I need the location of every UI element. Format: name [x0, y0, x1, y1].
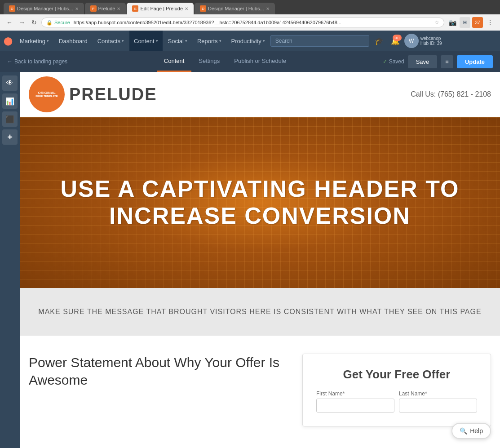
prelude-badge: ORIGINAL FREE TEMPLATE: [29, 76, 65, 112]
nav-item-dashboard[interactable]: Dashboard: [54, 31, 92, 51]
edit-toolbar: ← Back to landing pages Content Settings…: [0, 51, 500, 72]
nav-item-reports[interactable]: Reports ▾: [193, 31, 226, 51]
modules-button[interactable]: ⬛: [2, 111, 18, 127]
notifications-badge: 10+: [393, 35, 402, 41]
search-input[interactable]: [270, 35, 369, 47]
add-icon: +: [7, 132, 13, 142]
eye-icon: 👁: [6, 79, 13, 87]
hero-heading-line2: INCREASE CONVERSION: [61, 203, 460, 230]
back-arrow-icon: ←: [7, 58, 13, 65]
tab-close-1[interactable]: ✕: [75, 6, 79, 11]
search-container: [270, 35, 369, 47]
tab-design-manager-1[interactable]: D Design Manager | Hubs... ✕: [4, 3, 84, 14]
form-name-row: First Name* Last Name*: [316, 390, 477, 413]
nav-item-productivity[interactable]: Productivity ▾: [227, 31, 270, 51]
user-avatar[interactable]: W: [404, 34, 419, 48]
nav-item-marketing[interactable]: Marketing ▾: [15, 31, 53, 51]
menu-button[interactable]: ⋮: [485, 17, 496, 28]
help-label: Help: [470, 427, 483, 435]
prelude-header: ORIGINAL FREE TEMPLATE PRELUDE Call Us: …: [20, 72, 500, 117]
tab-label-4: Design Manager | Hubs...: [208, 6, 264, 11]
save-button[interactable]: Save: [408, 55, 438, 68]
contacts-chevron-icon: ▾: [122, 39, 124, 43]
bottom-section: Power Statement About Why Your Offer Is …: [20, 336, 500, 444]
first-name-input[interactable]: [316, 399, 394, 413]
tab-publish-schedule[interactable]: Publish or Schedule: [227, 51, 293, 72]
tab-prelude[interactable]: P Prelude ✕: [85, 3, 126, 14]
hero-heading-line1: USE A CAPTIVATING HEADER TO: [61, 176, 460, 203]
subhero-text: MAKE SURE THE MESSAGE THAT BROUGHT VISIT…: [29, 306, 491, 318]
prelude-badge-inner: ORIGINAL FREE TEMPLATE: [35, 91, 58, 98]
options-icon: ≡: [445, 58, 449, 65]
editor-area: 👁 📊 ⬛ + ORIGINAL FREE TEMPLATE PRELUDE: [0, 72, 500, 448]
power-statement: Power Statement About Why Your Offer Is …: [29, 354, 284, 426]
reports-chevron-icon: ▾: [219, 39, 221, 43]
add-button[interactable]: +: [2, 129, 18, 145]
star-icon[interactable]: ☆: [434, 19, 439, 26]
options-button[interactable]: ≡: [441, 55, 453, 68]
hero-section: USE A CAPTIVATING HEADER TO INCREASE CON…: [20, 117, 500, 288]
subhero-section: MAKE SURE THE MESSAGE THAT BROUGHT VISIT…: [20, 288, 500, 336]
nav-right-actions: 🎓 🔔 10+ W webcanop Hub ID: 39: [372, 34, 442, 48]
nav-item-contacts[interactable]: Contacts ▾: [93, 31, 128, 51]
tab-settings[interactable]: Settings: [191, 51, 227, 72]
tab-close-2[interactable]: ✕: [117, 6, 120, 11]
update-button[interactable]: Update: [457, 55, 493, 68]
tab-close-3[interactable]: ✕: [185, 6, 188, 11]
browser-actions: 📷 H 37 ⋮: [447, 17, 496, 28]
last-name-label: Last Name*: [399, 390, 477, 397]
browser-chrome: D Design Manager | Hubs... ✕ P Prelude ✕…: [0, 0, 500, 31]
tab-bar: D Design Manager | Hubs... ✕ P Prelude ✕…: [0, 0, 500, 14]
extension-button[interactable]: 37: [472, 17, 483, 28]
power-statement-heading: Power Statement About Why Your Offer Is …: [29, 354, 284, 389]
offer-form-title: Get Your Free Offer: [316, 368, 477, 381]
tab-favicon-1: D: [9, 5, 15, 12]
hero-heading: USE A CAPTIVATING HEADER TO INCREASE CON…: [61, 176, 460, 230]
last-name-field: Last Name*: [399, 390, 477, 413]
tab-favicon-4: D: [200, 5, 206, 12]
first-name-field: First Name*: [316, 390, 394, 413]
saved-label: Saved: [389, 58, 404, 65]
hubspot-logo-icon: ⬤: [4, 36, 13, 46]
lock-icon: 🔒: [46, 20, 53, 26]
back-to-landing-pages-link[interactable]: ← Back to landing pages: [7, 58, 67, 65]
modules-icon: ⬛: [5, 115, 14, 124]
hero-text: USE A CAPTIVATING HEADER TO INCREASE CON…: [43, 149, 478, 257]
nav-item-social[interactable]: Social ▾: [164, 31, 192, 51]
productivity-chevron-icon: ▾: [263, 39, 265, 43]
tab-content[interactable]: Content: [157, 51, 192, 72]
stats-button[interactable]: 📊: [2, 93, 18, 109]
saved-check-icon: ✓: [383, 58, 387, 65]
help-search-icon: 🔍: [460, 427, 467, 435]
stats-icon: 📊: [5, 97, 14, 106]
academy-button[interactable]: 🎓: [372, 34, 386, 48]
secure-label: Secure: [54, 20, 70, 25]
saved-status: ✓ Saved: [383, 58, 404, 65]
prelude-phone: Call Us: (765) 821 - 2108: [411, 90, 491, 98]
tab-label-3: Edit Page | Prelude: [140, 6, 183, 11]
tab-design-manager-2[interactable]: D Design Manager | Hubs... ✕: [195, 3, 275, 14]
hubspot-button[interactable]: H: [460, 17, 470, 28]
left-sidebar: 👁 📊 ⬛ +: [0, 72, 20, 448]
last-name-input[interactable]: [399, 399, 477, 413]
camera-button[interactable]: 📷: [447, 17, 458, 28]
notifications-button[interactable]: 🔔 10+: [388, 34, 403, 48]
marketing-chevron-icon: ▾: [47, 39, 49, 43]
preview-button[interactable]: 👁: [2, 75, 18, 91]
prelude-logo-area: ORIGINAL FREE TEMPLATE PRELUDE: [29, 76, 157, 112]
hub-id-label: Hub ID: 39: [420, 41, 442, 46]
forward-button[interactable]: →: [17, 18, 27, 27]
offer-form: Get Your Free Offer First Name* Last Nam…: [302, 354, 491, 426]
tab-close-4[interactable]: ✕: [266, 6, 270, 11]
back-button[interactable]: ←: [4, 18, 14, 27]
toolbar-tabs: Content Settings Publish or Schedule: [157, 51, 293, 72]
tab-label-2: Prelude: [98, 6, 115, 11]
nav-item-content[interactable]: Content ▾: [129, 31, 163, 51]
help-button[interactable]: 🔍 Help: [451, 423, 491, 439]
back-link-label: Back to landing pages: [14, 58, 67, 65]
refresh-button[interactable]: ↻: [30, 18, 39, 27]
address-input[interactable]: 🔒 Secure https://app.hubspot.com/content…: [41, 18, 444, 27]
tab-edit-page[interactable]: E Edit Page | Prelude ✕: [127, 3, 194, 14]
url-display: https://app.hubspot.com/content/395201/e…: [74, 20, 341, 25]
first-name-label: First Name*: [316, 390, 394, 397]
